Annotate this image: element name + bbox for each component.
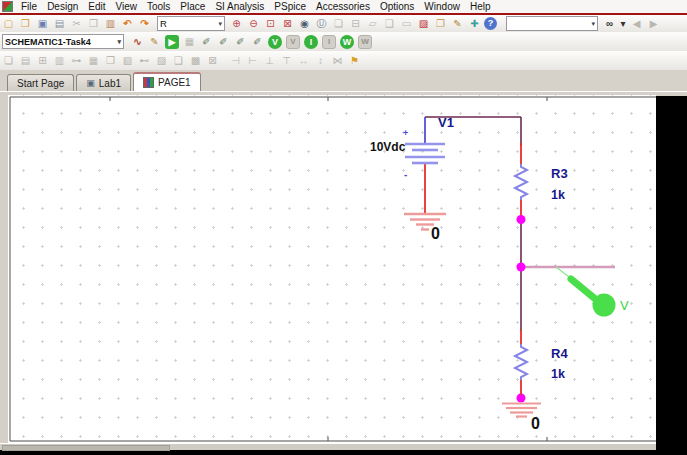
edit-design-icon[interactable]: ✎	[450, 16, 465, 31]
simulation-profile-combo[interactable]: SCHEMATIC1-Task4 ▾	[2, 34, 124, 49]
tool-icon-9[interactable]: ⊷	[137, 53, 152, 68]
resistor-r4[interactable]: R4 1k	[515, 330, 568, 395]
distribute-vertical-icon[interactable]: ↕	[313, 53, 328, 68]
tool-icon-8[interactable]: ▧	[120, 53, 135, 68]
new-simulation-profile-icon[interactable]: ∿	[130, 34, 145, 49]
align-top-icon[interactable]: ⊤	[279, 53, 294, 68]
tool-icon-10[interactable]: ▨	[154, 53, 169, 68]
forward-icon[interactable]: ▶	[646, 16, 661, 31]
distribute-horizontal-icon[interactable]: ↔	[296, 53, 311, 68]
menu-view[interactable]: View	[111, 1, 143, 12]
wires[interactable]	[425, 117, 521, 331]
part-search-combo[interactable]: R ▾	[157, 16, 225, 31]
chevron-down-icon[interactable]: ▾	[117, 38, 121, 46]
zoom-area-icon[interactable]: ⊡	[263, 16, 278, 31]
v1-reference-label[interactable]: V1	[438, 115, 454, 130]
tab-page1[interactable]: PAGE1	[133, 72, 201, 91]
chevron-down-icon[interactable]: ▾	[218, 20, 222, 28]
menu-options[interactable]: Options	[375, 1, 419, 12]
zoom-out-icon[interactable]: ⊖	[246, 16, 261, 31]
r3-body[interactable]	[515, 164, 527, 200]
swap-icon[interactable]: ⋈	[330, 53, 345, 68]
resistor-r3[interactable]: R3 1k	[515, 143, 568, 217]
edit-simulation-profile-icon[interactable]: ✎	[147, 34, 162, 49]
menu-place[interactable]: Place	[175, 1, 210, 12]
menu-accessories[interactable]: Accessories	[311, 1, 375, 12]
redo-icon[interactable]: ↷	[137, 16, 152, 31]
tool-icon-7[interactable]: ❐	[103, 53, 118, 68]
tool-icon-13[interactable]: ⊠	[205, 53, 220, 68]
doc-tool-icon-3[interactable]: ▱	[365, 16, 380, 31]
copy-icon[interactable]: ❐	[86, 16, 101, 31]
tool-icon-11[interactable]: ❑	[171, 53, 186, 68]
ground-symbol-2[interactable]: 0	[502, 404, 541, 433]
back-icon[interactable]: ◀	[629, 16, 644, 31]
chevron-down-icon[interactable]: ▾	[591, 20, 595, 28]
r4-value-label[interactable]: 1k	[551, 367, 565, 381]
menu-si-analysis[interactable]: SI Analysis	[210, 1, 269, 12]
run-pspice-icon[interactable]: ▶	[165, 35, 179, 49]
copy-design-icon[interactable]: ❐	[433, 16, 448, 31]
bias-current-toggle-icon[interactable]: I	[322, 35, 336, 49]
search-combo[interactable]: ▾	[506, 16, 598, 31]
find-dropdown-icon[interactable]: ▾	[619, 16, 627, 31]
place-part-icon[interactable]: Ⓤ	[314, 16, 329, 31]
r3-value-label[interactable]: 1k	[551, 188, 565, 202]
doc-tool-icon-4[interactable]: ❑	[382, 16, 397, 31]
r4-reference-label[interactable]: R4	[551, 346, 568, 361]
help-icon[interactable]: ?	[484, 17, 497, 30]
probe-head[interactable]	[593, 294, 616, 317]
voltage-probe[interactable]: V	[556, 267, 629, 317]
schematic-canvas[interactable]: + - V1 10Vdc 0	[8, 95, 656, 443]
zoom-in-icon[interactable]: ⊕	[229, 16, 244, 31]
align-left-icon[interactable]: ⊣	[228, 53, 243, 68]
append-design-icon[interactable]: ✚	[467, 16, 482, 31]
save-icon[interactable]: ▣	[35, 16, 50, 31]
r3-reference-label[interactable]: R3	[551, 166, 568, 181]
cut-icon[interactable]: ✂	[69, 16, 84, 31]
bias-current-display-icon[interactable]: I	[304, 35, 318, 49]
flag-tool-icon[interactable]: ⚑	[347, 53, 362, 68]
bias-voltage-toggle-icon[interactable]: V	[286, 35, 300, 49]
voltage-source-v1[interactable]: + - V1 10Vdc	[370, 115, 454, 213]
print-icon[interactable]: ▤	[52, 16, 67, 31]
open-document-icon[interactable]: ❒	[18, 16, 33, 31]
power-marker-icon[interactable]: ✐	[250, 34, 265, 49]
horizontal-scrollbar[interactable]	[0, 443, 656, 450]
new-document-icon[interactable]: ▢	[1, 16, 16, 31]
tool-icon-6[interactable]: ▦	[86, 53, 101, 68]
r4-body[interactable]	[515, 344, 527, 380]
tool-icon-2[interactable]: ▤	[18, 53, 33, 68]
ground-2-label[interactable]: 0	[531, 415, 540, 432]
align-right-icon[interactable]: ⊢	[245, 53, 260, 68]
menu-help[interactable]: Help	[465, 1, 496, 12]
doc-tool-icon-5[interactable]: ▭	[399, 16, 414, 31]
tool-icon-12[interactable]: ▩	[188, 53, 203, 68]
ground-1-label[interactable]: 0	[431, 225, 440, 242]
menu-edit[interactable]: Edit	[83, 1, 110, 12]
view-simulation-results-icon[interactable]: ▦	[182, 34, 197, 49]
align-bottom-icon[interactable]: ⊥	[262, 53, 277, 68]
menu-pspice[interactable]: PSpice	[269, 1, 311, 12]
bias-power-display-icon[interactable]: W	[340, 35, 354, 49]
voltage-differential-marker-icon[interactable]: ✐	[216, 34, 231, 49]
paste-icon[interactable]: ▥	[103, 16, 118, 31]
tab-lab1[interactable]: ▣ Lab1	[76, 74, 131, 91]
doc-tool-icon-2[interactable]: ⊟	[348, 16, 363, 31]
tool-icon-4[interactable]: ▥	[52, 53, 67, 68]
menu-file[interactable]: File	[16, 1, 42, 12]
menu-tools[interactable]: Tools	[142, 1, 175, 12]
tool-icon-3[interactable]: ⊞	[35, 53, 50, 68]
find-icon[interactable]: ∞	[602, 16, 617, 31]
current-marker-icon[interactable]: ✐	[233, 34, 248, 49]
battery-plates[interactable]	[405, 144, 445, 163]
zoom-all-icon[interactable]: ⊠	[280, 16, 295, 31]
scrollbar-thumb[interactable]	[2, 445, 170, 451]
doc-tool-icon-1[interactable]: ❏	[331, 16, 346, 31]
ground-symbol-1[interactable]: 0	[404, 214, 446, 242]
bias-power-toggle-icon[interactable]: W	[358, 35, 372, 49]
annotate-icon[interactable]: ◉	[297, 16, 312, 31]
menu-window[interactable]: Window	[419, 1, 465, 12]
design-rules-check-icon[interactable]: ▨	[416, 16, 431, 31]
tool-icon-5[interactable]: ⊶	[69, 53, 84, 68]
